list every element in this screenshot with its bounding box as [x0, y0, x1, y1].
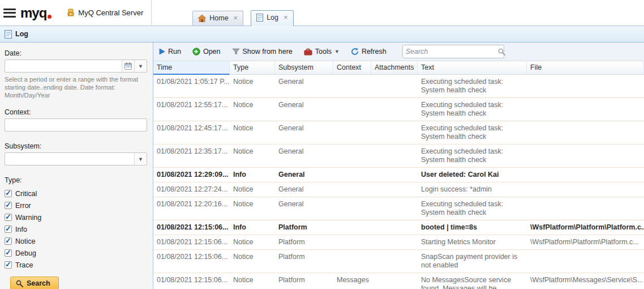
checkbox-checked-icon[interactable] [5, 190, 12, 197]
checkbox-checked-icon[interactable] [5, 249, 12, 257]
show-from-here-icon [232, 48, 240, 55]
checkbox-label: Debug [15, 249, 36, 257]
column-header-type[interactable]: Type [230, 61, 275, 74]
cell-file [527, 75, 644, 97]
table-row[interactable]: 01/08/2021 12:15:06...NoticePlatformSnap… [153, 250, 644, 273]
refresh-button[interactable]: Refresh [350, 46, 388, 57]
hamburger-menu-icon[interactable] [3, 8, 16, 18]
type-checkbox-info[interactable]: Info [5, 223, 147, 235]
toolbox-icon [304, 48, 312, 56]
app-window: myq MyQ Central Server Home × Log × [0, 0, 644, 289]
app-title: MyQ Central Server [67, 0, 151, 26]
type-checkbox-notice[interactable]: Notice [5, 235, 147, 247]
checkbox-checked-icon[interactable] [5, 226, 12, 233]
myq-logo: myq [20, 5, 52, 21]
checkbox-checked-icon[interactable] [5, 202, 12, 209]
cell-context [333, 182, 371, 197]
checkbox-checked-icon[interactable] [5, 237, 12, 245]
page-title: Log [15, 30, 28, 38]
log-page-icon [5, 30, 12, 39]
cell-text: Executing scheduled task: System health … [418, 98, 527, 121]
checkbox-checked-icon[interactable] [5, 214, 12, 221]
cell-text: No MessagesSource service found. Message… [418, 273, 527, 289]
refresh-icon [351, 48, 359, 56]
table-row[interactable]: 01/08/2021 12:27:24...NoticeGeneralLogin… [153, 182, 644, 197]
cell-context [333, 250, 371, 273]
tab-home[interactable]: Home × [192, 11, 243, 26]
checkbox-checked-icon[interactable] [5, 261, 12, 269]
cell-time: 01/08/2021 12:55:17... [153, 98, 230, 121]
checkbox-label: Warning [15, 214, 41, 222]
cell-context [333, 220, 371, 235]
context-input[interactable] [5, 118, 147, 131]
cell-subsystem: General [275, 168, 333, 182]
calendar-icon[interactable] [122, 60, 134, 72]
log-search-box[interactable] [402, 45, 504, 58]
tools-button[interactable]: Tools ▼ [303, 46, 341, 57]
open-button[interactable]: Open [191, 46, 222, 57]
column-header-time[interactable]: Time [153, 61, 230, 75]
table-row[interactable]: 01/08/2021 12:15:06...InfoPlatformbooted… [153, 220, 644, 235]
tab-close-icon[interactable]: × [234, 15, 238, 21]
cell-type: Notice [230, 250, 275, 273]
cell-time: 01/08/2021 12:15:06... [153, 235, 230, 249]
subsystem-select[interactable]: ▼ [5, 152, 147, 165]
cell-subsystem: General [275, 144, 333, 167]
tab-log[interactable]: Log × [251, 10, 293, 26]
table-row[interactable]: 01/08/2021 12:55:17...NoticeGeneralExecu… [153, 98, 644, 121]
type-checkbox-error[interactable]: Error [5, 199, 147, 211]
cell-type: Info [230, 168, 275, 182]
type-checkbox-critical[interactable]: Critical [5, 188, 147, 199]
search-icon [16, 280, 23, 287]
cell-text: SnapScan payment provider is not enabled [418, 250, 527, 273]
search-button[interactable]: Search [10, 277, 59, 289]
table-row[interactable]: 01/08/2021 12:15:06...NoticePlatformStar… [153, 235, 644, 250]
cell-attachments [371, 250, 418, 273]
cell-time: 01/08/2021 12:15:06... [153, 220, 230, 235]
run-button[interactable]: Run [158, 46, 182, 57]
type-checkbox-warning[interactable]: Warning [5, 211, 147, 223]
cell-type: Notice [230, 98, 275, 121]
cell-time: 01/08/2021 1:05:17 P... [153, 75, 230, 97]
type-checkbox-list: CriticalErrorWarningInfoNoticeDebugTrace [5, 188, 147, 271]
cell-file: \WsfPlatform\Messages\Service\S... [527, 273, 644, 289]
type-checkbox-debug[interactable]: Debug [5, 247, 147, 259]
date-dropdown-button[interactable]: ▼ [134, 60, 147, 72]
column-header-text[interactable]: Text [418, 61, 527, 74]
cell-file: \WsfPlatform\Platform\Platform.c... [527, 235, 644, 249]
cell-context: Messages [333, 273, 371, 289]
tab-label: Log [267, 14, 278, 22]
cell-text: Starting Metrics Monitor [418, 235, 527, 249]
chevron-down-icon: ▼ [138, 156, 143, 162]
column-header-file[interactable]: File [527, 61, 644, 74]
cell-attachments [371, 168, 418, 182]
tab-close-icon[interactable]: × [284, 15, 288, 20]
column-header-subsystem[interactable]: Subsystem [275, 61, 333, 74]
cell-subsystem: General [275, 121, 333, 144]
log-panel: Run Open Show from here Tools ▼ Re [153, 42, 644, 289]
cell-type: Notice [230, 273, 275, 289]
cell-subsystem: General [275, 98, 333, 121]
column-header-context[interactable]: Context [333, 61, 371, 74]
table-row[interactable]: 01/08/2021 12:15:06...NoticePlatformMess… [153, 273, 644, 289]
table-row[interactable]: 01/08/2021 1:05:17 P...NoticeGeneralExec… [153, 75, 644, 98]
cell-type: Notice [230, 121, 275, 144]
cell-subsystem: General [275, 75, 333, 97]
show-from-here-button[interactable]: Show from here [231, 46, 294, 57]
cell-subsystem: Platform [275, 273, 333, 289]
type-checkbox-trace[interactable]: Trace [5, 259, 147, 271]
subsystem-dropdown-button[interactable]: ▼ [134, 153, 147, 165]
date-input[interactable]: ▼ [5, 60, 147, 73]
log-search-input[interactable] [406, 48, 498, 56]
table-row[interactable]: 01/08/2021 12:35:17...NoticeGeneralExecu… [153, 144, 644, 168]
column-header-attachments[interactable]: Attachments [371, 61, 418, 74]
cell-subsystem: Platform [275, 250, 333, 273]
cell-time: 01/08/2021 12:20:16... [153, 197, 230, 220]
checkbox-label: Notice [15, 237, 35, 245]
table-row[interactable]: 01/08/2021 12:20:16...NoticeGeneralExecu… [153, 197, 644, 220]
table-row[interactable]: 01/08/2021 12:29:09...InfoGeneralUser de… [153, 168, 644, 182]
table-row[interactable]: 01/08/2021 12:45:17...NoticeGeneralExecu… [153, 121, 644, 144]
cell-text: User deleted: Carol Kai [418, 168, 527, 182]
checkbox-label: Error [15, 202, 31, 210]
filter-sidebar: Date: ▼ Select a period or enter a range… [0, 42, 153, 289]
